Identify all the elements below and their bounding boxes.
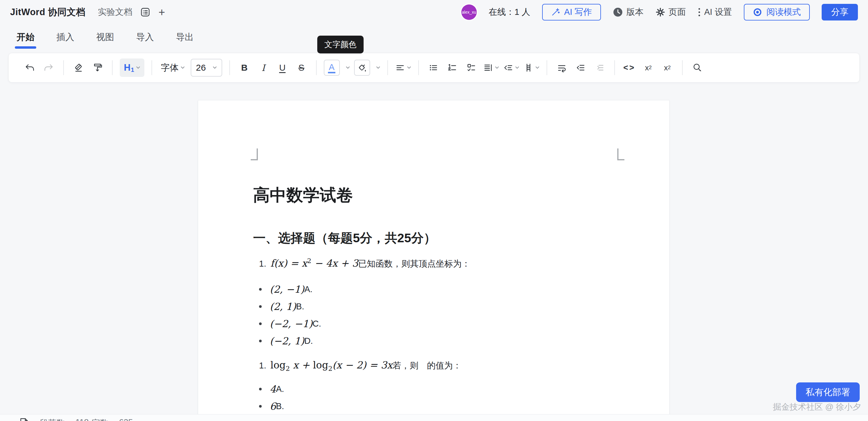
community-watermark: 掘金技术社区 @ 徐小夕 bbox=[773, 401, 861, 413]
question-number: 1. bbox=[259, 259, 266, 269]
chevron-down-icon[interactable] bbox=[346, 66, 350, 69]
margin-corner-right bbox=[617, 149, 624, 160]
text-wrap-button[interactable] bbox=[554, 59, 569, 76]
chevron-down-icon bbox=[515, 66, 519, 69]
list-item: (−2, −1)C. bbox=[259, 315, 321, 332]
question-text: 已知函数，则其顶点坐标为： bbox=[358, 258, 470, 270]
toolbar-divider bbox=[229, 60, 230, 75]
bullet-dot bbox=[259, 339, 262, 342]
line-height-dropdown[interactable] bbox=[483, 59, 499, 76]
undo-button[interactable] bbox=[22, 59, 37, 76]
italic-button[interactable]: I bbox=[256, 59, 271, 76]
document-page[interactable]: 高中数学试卷 一、选择题（每题5分，共25分） 1. f(x) = x2 − 4… bbox=[198, 100, 670, 421]
search-button[interactable] bbox=[690, 59, 705, 76]
question-2: 1. log2 x + log2(x − 2) = 3x 若，则 的值为： bbox=[259, 359, 461, 372]
ai-settings-label: AI 设置 bbox=[704, 6, 732, 18]
reading-mode-button[interactable]: 阅读模式 bbox=[744, 4, 810, 21]
question-formula: f(x) = x2 − 4x + 3 bbox=[270, 257, 358, 269]
format-painter-icon[interactable] bbox=[90, 59, 105, 76]
font-family-label: 字体 bbox=[161, 62, 179, 74]
toolbar-divider bbox=[63, 60, 64, 75]
outline-level-dropdown[interactable] bbox=[523, 59, 539, 76]
toolbar-divider bbox=[614, 60, 615, 75]
text-color-glyph: A bbox=[328, 62, 335, 73]
ai-write-label: AI 写作 bbox=[564, 6, 592, 18]
margin-corner-left bbox=[251, 149, 258, 160]
toolbar-divider bbox=[316, 60, 317, 75]
paragraph-count-label: 段落数： bbox=[40, 417, 73, 421]
superscript-button[interactable]: x2 bbox=[660, 59, 675, 76]
word-count-icon bbox=[19, 417, 29, 421]
heading-style-label: H bbox=[124, 62, 130, 73]
question-2-options: 4A. 6B. bbox=[259, 380, 284, 415]
ai-write-button[interactable]: AI 写作 bbox=[542, 4, 601, 21]
toolbar-divider bbox=[112, 60, 113, 75]
eraser-icon[interactable] bbox=[71, 59, 86, 76]
add-document-icon[interactable]: + bbox=[158, 6, 165, 18]
toolbar-divider bbox=[547, 60, 547, 75]
document-name[interactable]: 实验文档 bbox=[98, 6, 132, 18]
formatting-toolbar: H1 字体 26 B I U S A <> x2 x2 bbox=[8, 53, 860, 83]
bullet-dot bbox=[259, 288, 262, 291]
code-button[interactable]: <> bbox=[622, 59, 637, 76]
page-label: 页面 bbox=[669, 6, 686, 18]
tab-view[interactable]: 视图 bbox=[96, 28, 115, 46]
tab-import[interactable]: 导入 bbox=[135, 28, 154, 46]
text-color-tooltip: 文字颜色 bbox=[317, 36, 364, 54]
page-menu-item[interactable]: 页面 bbox=[656, 6, 686, 18]
bullet-dot bbox=[259, 388, 262, 390]
toolbar-divider bbox=[682, 60, 683, 75]
ai-settings-menu-item[interactable]: AI 设置 bbox=[698, 6, 732, 18]
bullet-dot bbox=[259, 405, 262, 408]
tab-export[interactable]: 导出 bbox=[175, 28, 194, 46]
heading-style-dropdown[interactable]: H1 bbox=[120, 59, 144, 77]
tab-insert[interactable]: 插入 bbox=[56, 28, 75, 46]
version-clock-icon bbox=[613, 7, 623, 17]
online-status: 在线：1 人 bbox=[489, 6, 530, 18]
font-family-dropdown[interactable]: 字体 bbox=[159, 62, 187, 74]
header-actions: alex_xu 在线：1 人 AI 写作 版本 页面 AI 设置 阅读模式 分享 bbox=[461, 4, 858, 21]
underline-button[interactable]: U bbox=[275, 59, 290, 76]
font-size-value: 26 bbox=[196, 63, 206, 73]
highlight-color-button[interactable] bbox=[354, 60, 370, 76]
tab-start[interactable]: 开始 bbox=[16, 28, 35, 46]
task-list-button[interactable] bbox=[464, 59, 479, 76]
toolbar-divider bbox=[388, 60, 388, 75]
align-dropdown[interactable] bbox=[395, 59, 411, 76]
quote-block-dropdown[interactable] bbox=[503, 59, 519, 76]
version-label: 版本 bbox=[626, 6, 644, 18]
subscript-button[interactable]: x2 bbox=[641, 59, 656, 76]
chevron-down-icon bbox=[136, 66, 140, 69]
list-item: (2, −1)A. bbox=[259, 281, 321, 298]
chevron-down-icon bbox=[495, 66, 499, 69]
font-size-dropdown[interactable]: 26 bbox=[191, 59, 222, 76]
chevron-down-icon bbox=[181, 66, 185, 69]
eye-icon bbox=[753, 8, 762, 16]
indent-increase-button[interactable] bbox=[592, 59, 607, 76]
strikethrough-button[interactable]: S bbox=[294, 59, 309, 76]
question-formula: log2 x + log2(x − 2) = 3x bbox=[270, 359, 393, 372]
private-deploy-button[interactable]: 私有化部署 bbox=[796, 382, 860, 402]
doc-statistics: 段落数：118 字数：635 bbox=[40, 417, 133, 421]
reading-mode-label: 阅读模式 bbox=[766, 6, 801, 18]
chevron-down-icon bbox=[407, 66, 411, 69]
text-color-button[interactable]: A bbox=[324, 60, 340, 76]
word-count-label: 字数： bbox=[92, 417, 117, 421]
question-1: 1. f(x) = x2 − 4x + 3 已知函数，则其顶点坐标为： bbox=[259, 257, 470, 270]
indent-decrease-button[interactable] bbox=[573, 59, 588, 76]
list-item: (−2, 1)D. bbox=[259, 332, 321, 350]
chevron-down-icon[interactable] bbox=[376, 66, 380, 69]
share-button[interactable]: 分享 bbox=[822, 4, 858, 21]
redo-button[interactable] bbox=[41, 59, 56, 76]
ordered-list-button[interactable] bbox=[445, 59, 460, 76]
doc-list-icon[interactable] bbox=[140, 7, 151, 18]
avatar[interactable]: alex_xu bbox=[461, 4, 477, 20]
bold-button[interactable]: B bbox=[237, 59, 252, 76]
version-menu-item[interactable]: 版本 bbox=[613, 6, 644, 18]
active-tab-underline bbox=[15, 46, 36, 49]
paragraph-count-value: 118 bbox=[75, 417, 89, 421]
question-1-options: (2, −1)A. (2, 1)B. (−2, −1)C. (−2, 1)D. bbox=[259, 281, 321, 350]
status-bar: 段落数：118 字数：635 bbox=[0, 414, 868, 421]
toolbar-divider bbox=[152, 60, 152, 75]
bullet-list-button[interactable] bbox=[426, 59, 441, 76]
